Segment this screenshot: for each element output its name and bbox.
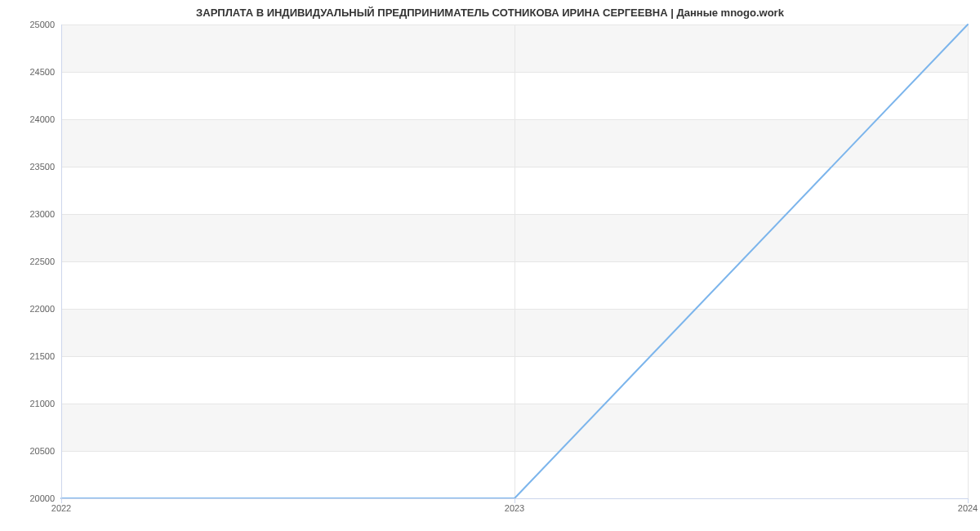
chart-container: ЗАРПЛАТА В ИНДИВИДУАЛЬНЫЙ ПРЕДПРИНИМАТЕЛ… [0, 0, 980, 531]
y-axis-line [61, 25, 62, 498]
line-series [61, 25, 968, 498]
x-gridline [968, 25, 969, 498]
y-tick-label: 21000 [29, 399, 61, 408]
x-tick-label: 2022 [51, 498, 71, 513]
y-tick-label: 23500 [29, 162, 61, 172]
x-tick-label: 2024 [958, 498, 978, 513]
y-tick-label: 24500 [29, 67, 61, 77]
x-tick-label: 2023 [505, 498, 524, 513]
y-tick-label: 24000 [29, 114, 61, 124]
y-tick-label: 23000 [29, 209, 61, 219]
y-tick-label: 20500 [29, 446, 61, 456]
chart-title: ЗАРПЛАТА В ИНДИВИДУАЛЬНЫЙ ПРЕДПРИНИМАТЕЛ… [0, 7, 980, 19]
y-tick-label: 25000 [29, 20, 61, 29]
y-tick-label: 22500 [29, 257, 61, 266]
y-tick-label: 22000 [29, 304, 61, 314]
y-tick-label: 21500 [29, 351, 61, 361]
salary-line [61, 25, 968, 498]
plot-area: 2000020500210002150022000225002300023500… [61, 25, 968, 498]
